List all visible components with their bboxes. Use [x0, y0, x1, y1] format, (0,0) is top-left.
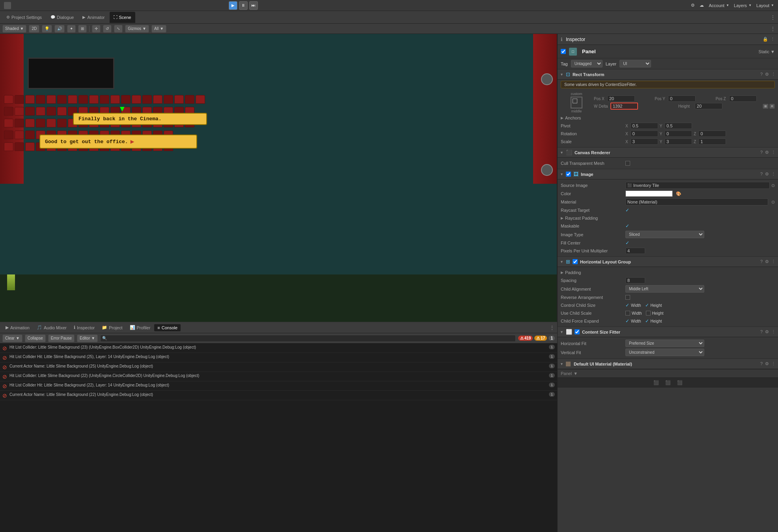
horizontal-fit-select[interactable]: Preferred Size [625, 340, 704, 347]
pause-button[interactable]: ⏸ [239, 1, 248, 10]
default-material-header[interactable]: ▼ Default UI Material (Material) ? ⚙ ⋮ [558, 359, 778, 369]
layers-menu[interactable]: Layers ▼ [734, 3, 752, 8]
scale-y-input[interactable] [664, 138, 692, 145]
insp-bottom-icon-3[interactable]: ⬛ [677, 380, 683, 385]
img-settings-icon[interactable]: ⚙ [765, 172, 769, 177]
rot-x-input[interactable] [631, 131, 658, 137]
padding-expand[interactable]: ▶ [561, 271, 563, 274]
transform-scale[interactable]: ⤡ [114, 25, 123, 33]
color-picker-icon[interactable]: 🎨 [676, 191, 681, 196]
horizontal-layout-header[interactable]: ▼ ⊞ Horizontal Layout Group ? ⚙ ⋮ [558, 257, 778, 267]
rot-z-input[interactable] [698, 131, 726, 137]
rot-y-input[interactable] [664, 131, 692, 137]
2d-toggle[interactable]: 2D [29, 25, 39, 33]
account-menu[interactable]: Account ▼ [709, 3, 729, 8]
cull-transparent-checkbox[interactable] [625, 161, 630, 166]
fx-toggle[interactable]: ✦ [67, 25, 76, 33]
expand-height-checkbox[interactable]: ✓ [645, 318, 649, 324]
step-button[interactable]: ⏭ [249, 1, 258, 10]
info-badge[interactable]: 1 [549, 336, 555, 341]
pos-z-input[interactable] [729, 95, 757, 102]
log-item[interactable]: ⊘ Hit List Collider Hit: Little Slime Ba… [0, 381, 557, 391]
error-pause-button[interactable]: Error Pause [48, 334, 75, 342]
grid-toggle[interactable]: ⊞ [78, 25, 87, 33]
tab-project-settings[interactable]: ⚙ Project Settings [2, 12, 46, 23]
tab-scene[interactable]: ⛶ Scene [110, 12, 135, 23]
snap-width-btn[interactable]: ⊞ [763, 104, 769, 109]
dm-help-icon[interactable]: ? [760, 361, 763, 366]
rt-more-icon[interactable]: ⋮ [771, 72, 776, 77]
hlg-more-icon[interactable]: ⋮ [771, 259, 776, 264]
vertical-fit-select[interactable]: Unconstrained [625, 349, 704, 356]
tab-audio-mixer[interactable]: 🎵 Audio Mixer [34, 324, 70, 331]
tab-project[interactable]: 📁 Project [99, 324, 125, 331]
anchors-expand[interactable]: ▶ [561, 116, 563, 120]
scale-width-checkbox[interactable] [625, 311, 630, 315]
collapse-button[interactable]: Collapse [25, 334, 46, 342]
canvas-renderer-header[interactable]: ▼ ⬛ Canvas Renderer ? ⚙ ⋮ [558, 147, 778, 158]
tab-animator[interactable]: ▶ Animator [78, 12, 108, 23]
gizmos-dropdown[interactable]: Gizmos ▼ [125, 25, 149, 33]
audio-toggle[interactable]: 🔊 [54, 25, 65, 33]
search-container[interactable]: 🔍 [100, 335, 516, 342]
editor-dropdown[interactable]: Editor ▼ [77, 334, 98, 342]
scale-height-checkbox[interactable] [646, 311, 651, 315]
rect-transform-anchor-widget[interactable] [571, 97, 582, 108]
csf-enabled-toggle[interactable] [575, 329, 580, 334]
layer-select[interactable]: UI [619, 60, 651, 67]
height-input[interactable] [695, 103, 722, 109]
all-dropdown[interactable]: All ▼ [151, 25, 166, 33]
rt-help-icon[interactable]: ? [760, 72, 763, 77]
log-item[interactable]: ⊘ Hit List Collider: Little Slime Backgr… [0, 343, 557, 353]
w-delta-input[interactable] [610, 103, 638, 110]
scene-canvas[interactable]: ▲ Finally back in the Cinema. Good to ge… [0, 34, 557, 322]
image-enabled-toggle[interactable] [566, 172, 571, 177]
pivot-y-input[interactable] [664, 123, 692, 129]
tab-dialogue[interactable]: 💬 Dialogue [47, 12, 78, 23]
warning-badge[interactable]: ⚠ 17 [534, 336, 547, 341]
content-size-fitter-header[interactable]: ▼ ⬜ Content Size Fitter ? ⚙ ⋮ [558, 327, 778, 337]
layout-menu[interactable]: Layout ▼ [756, 3, 774, 8]
cr-help-icon[interactable]: ? [760, 150, 763, 155]
log-item[interactable]: ⊘ Hit List Collider: Little Slime Backgr… [0, 372, 557, 381]
play-button[interactable]: ▶ [229, 1, 237, 10]
csf-more-icon[interactable]: ⋮ [771, 329, 776, 334]
image-component-header[interactable]: ▼ 🖼 Image ? ⚙ ⋮ [558, 169, 778, 179]
cr-more-icon[interactable]: ⋮ [771, 150, 776, 155]
inspector-lock-icon[interactable]: 🔒 [763, 37, 768, 42]
hlg-settings-icon[interactable]: ⚙ [765, 259, 769, 264]
tab-overflow-menu[interactable]: ⋮ [770, 14, 776, 21]
hlg-enabled-toggle[interactable] [573, 259, 578, 264]
light-toggle[interactable]: 💡 [42, 25, 52, 33]
transform-rotate[interactable]: ↺ [103, 25, 112, 33]
object-name-input[interactable] [580, 47, 650, 56]
child-alignment-select[interactable]: Middle Left [625, 285, 704, 293]
tab-animation[interactable]: ▶ Animation [2, 324, 33, 331]
inspector-more-icon[interactable]: ⋮ [771, 37, 775, 42]
dm-more-icon[interactable]: ⋮ [771, 361, 776, 366]
source-image-picker[interactable]: ⊙ [771, 183, 775, 188]
reverse-arrangement-checkbox[interactable] [625, 295, 630, 300]
tag-select[interactable]: Untagged [571, 60, 603, 67]
log-item[interactable]: ⊘ Hit List Collider Hit: Little Slime Ba… [0, 353, 557, 362]
img-more-icon[interactable]: ⋮ [771, 172, 776, 177]
img-help-icon[interactable]: ? [760, 172, 763, 177]
color-swatch[interactable] [625, 190, 673, 197]
cr-settings-icon[interactable]: ⚙ [765, 150, 769, 155]
raycast-padding-expand[interactable]: ▶ [561, 216, 563, 220]
rect-transform-header[interactable]: ▼ ⊡ Rect Transform ? ⚙ ⋮ [558, 69, 778, 80]
shaded-dropdown[interactable]: Shaded ▼ [2, 25, 26, 33]
error-badge[interactable]: ⚠ 419 [518, 336, 533, 341]
tab-inspector-bottom[interactable]: ℹ Inspector [71, 324, 98, 331]
clear-button[interactable]: Clear ▼ [2, 334, 22, 342]
dm-settings-icon[interactable]: ⚙ [765, 361, 769, 366]
fill-center-checkbox[interactable]: ✓ [625, 240, 629, 246]
log-item[interactable]: ⊘ Current Actor Name: Little Slime Backg… [0, 391, 557, 400]
material-picker[interactable]: ⊙ [771, 200, 775, 205]
insp-bottom-icon-2[interactable]: ⬛ [665, 380, 671, 385]
control-height-checkbox[interactable]: ✓ [645, 302, 649, 308]
pos-y-input[interactable] [668, 95, 696, 102]
hlg-help-icon[interactable]: ? [760, 259, 763, 264]
pivot-x-input[interactable] [631, 123, 658, 129]
expand-width-checkbox[interactable]: ✓ [625, 318, 629, 324]
